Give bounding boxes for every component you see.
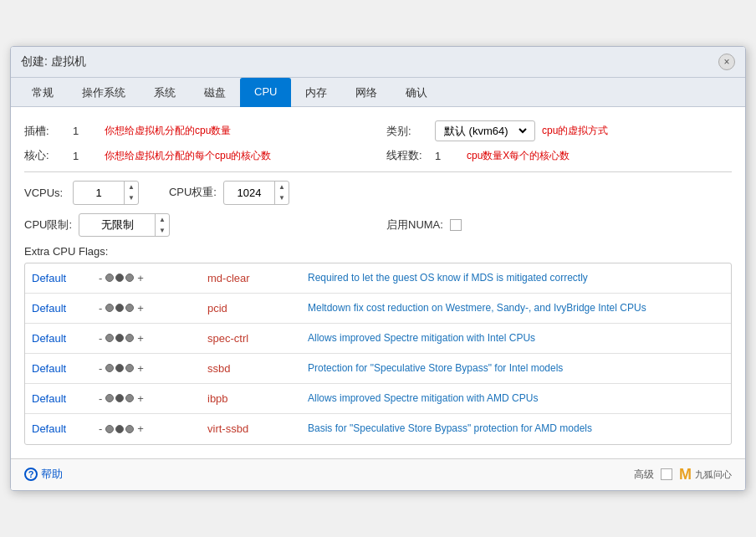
advanced-label[interactable]: 高级 xyxy=(634,468,654,482)
flag-spec-ctrl-minus[interactable]: - xyxy=(99,332,102,345)
cpu-weight-arrows: ▲ ▼ xyxy=(274,182,289,203)
flag-md-clear-name: md-clear xyxy=(207,272,308,284)
vcpu-input[interactable] xyxy=(74,184,124,202)
vcpu-row: VCPUs: ▲ ▼ CPU权重: ▲ ▼ xyxy=(24,181,370,204)
dot1 xyxy=(105,425,114,433)
logo-text: 九狐问心 xyxy=(695,468,732,481)
flag-ssbd-default: Default xyxy=(32,362,99,375)
flag-ssbd-plus[interactable]: + xyxy=(137,362,144,375)
flag-ibpb-minus[interactable]: - xyxy=(99,392,102,405)
extra-flags-title: Extra CPU Flags: xyxy=(24,245,732,258)
dot1 xyxy=(105,334,114,342)
flag-row-md-clear: Default - + md-clear Required to let the… xyxy=(25,263,731,294)
flag-virt-ssbd-default: Default xyxy=(32,422,99,435)
flag-md-clear-toggle[interactable]: - + xyxy=(99,272,207,284)
cpu-limit-row: CPU限制: ▲ ▼ xyxy=(24,213,370,237)
flag-pcid-default: Default xyxy=(32,302,99,315)
checkbox-advanced-icon[interactable] xyxy=(661,468,672,480)
flag-ibpb-dots xyxy=(105,394,134,402)
threads-row: 线程数: 1 cpu数量X每个的核心数 xyxy=(386,148,732,163)
help-label: 帮助 xyxy=(41,467,63,482)
tab-disk[interactable]: 磁盘 xyxy=(190,78,240,107)
flag-spec-ctrl-plus[interactable]: + xyxy=(137,332,144,345)
flag-ibpb-plus[interactable]: + xyxy=(137,392,144,405)
cpu-limit-down-arrow[interactable]: ▼ xyxy=(156,225,169,236)
flag-spec-ctrl-name: spec-ctrl xyxy=(207,332,308,345)
flags-table: Default - + md-clear Required to let the… xyxy=(24,263,732,445)
flag-ssbd-name: ssbd xyxy=(207,362,308,375)
threads-hint: cpu数量X每个的核心数 xyxy=(467,149,570,163)
threads-value: 1 xyxy=(435,150,460,162)
core-hint: 你想给虚拟机分配的每个cpu的核心数 xyxy=(105,149,271,163)
cpu-limit-up-arrow[interactable]: ▲ xyxy=(156,214,169,225)
vcpu-label: VCPUs: xyxy=(24,187,66,199)
cpu-weight-down-arrow[interactable]: ▼ xyxy=(275,192,289,203)
flag-spec-ctrl-toggle[interactable]: - + xyxy=(99,332,207,345)
cpu-weight-up-arrow[interactable]: ▲ xyxy=(275,182,289,192)
tab-memory[interactable]: 内存 xyxy=(291,78,341,107)
tab-cpu[interactable]: CPU xyxy=(240,78,291,107)
tab-network[interactable]: 网络 xyxy=(341,78,391,107)
close-button[interactable]: × xyxy=(718,54,735,70)
logo-m-icon: M xyxy=(679,466,692,483)
vcpu-arrows: ▲ ▼ xyxy=(124,182,138,203)
vcpu-input-spin[interactable]: ▲ ▼ xyxy=(73,181,139,204)
flag-ibpb-name: ibpb xyxy=(207,392,308,405)
tab-confirm[interactable]: 确认 xyxy=(391,78,442,107)
dialog-title: 创建: 虚拟机 xyxy=(21,54,86,69)
flag-spec-ctrl-dots xyxy=(105,334,134,342)
close-icon: × xyxy=(723,56,729,68)
flag-row-pcid: Default - + pcid Meltdown fix cost reduc… xyxy=(25,294,731,324)
tab-general[interactable]: 常规 xyxy=(18,78,68,107)
flag-pcid-plus[interactable]: + xyxy=(137,302,144,315)
flag-ssbd-desc: Protection for "Speculative Store Bypass… xyxy=(308,361,724,376)
cpu-limit-arrows: ▲ ▼ xyxy=(155,214,169,236)
flag-row-spec-ctrl: Default - + spec-ctrl Allows improved Sp… xyxy=(25,324,731,354)
vcpu-down-arrow[interactable]: ▼ xyxy=(125,192,138,203)
dot3 xyxy=(125,425,134,433)
tab-os[interactable]: 操作系统 xyxy=(68,78,140,107)
help-button[interactable]: ? 帮助 xyxy=(24,467,63,482)
flag-virt-ssbd-dots xyxy=(105,425,134,433)
category-hint: cpu的虚拟方式 xyxy=(542,124,608,138)
numa-row: 启用NUMA: xyxy=(386,213,732,237)
flag-ibpb-toggle[interactable]: - + xyxy=(99,392,207,405)
flag-virt-ssbd-minus[interactable]: - xyxy=(99,422,102,435)
vcpu-up-arrow[interactable]: ▲ xyxy=(125,182,138,192)
flag-pcid-name: pcid xyxy=(207,302,308,315)
dot2 xyxy=(115,364,124,372)
dot3 xyxy=(125,274,134,282)
flag-ssbd-dots xyxy=(105,364,134,372)
flag-pcid-toggle[interactable]: - + xyxy=(99,302,207,315)
category-row: 类别: 默认 (kvm64) cpu的虚拟方式 xyxy=(386,120,732,141)
category-select[interactable]: 默认 (kvm64) xyxy=(435,120,535,141)
flag-virt-ssbd-desc: Basis for "Speculative Store Bypass" pro… xyxy=(308,422,724,436)
numa-checkbox[interactable] xyxy=(450,219,462,231)
flag-virt-ssbd-plus[interactable]: + xyxy=(137,422,144,435)
cpu-weight-input-spin[interactable]: ▲ ▼ xyxy=(223,181,289,204)
flag-md-clear-plus[interactable]: + xyxy=(137,272,144,284)
dot1 xyxy=(105,304,114,312)
cpu-limit-input-spin[interactable]: ▲ ▼ xyxy=(79,213,170,237)
limit-numa-row: CPU限制: ▲ ▼ 启用NUMA: xyxy=(24,213,732,237)
socket-label: 插槽: xyxy=(24,124,66,139)
dot1 xyxy=(105,364,114,372)
threads-label: 线程数: xyxy=(386,148,428,163)
flag-virt-ssbd-toggle[interactable]: - + xyxy=(99,422,207,435)
tab-system[interactable]: 系统 xyxy=(140,78,190,107)
flag-ssbd-minus[interactable]: - xyxy=(99,362,102,375)
category-label: 类别: xyxy=(386,124,428,139)
cpu-limit-input[interactable] xyxy=(79,216,155,233)
flag-md-clear-minus[interactable]: - xyxy=(99,272,102,284)
category-dropdown[interactable]: 默认 (kvm64) xyxy=(441,124,529,138)
cpu-weight-label: CPU权重: xyxy=(169,185,217,200)
dot2 xyxy=(115,394,124,402)
core-value: 1 xyxy=(73,150,98,162)
flag-ibpb-default: Default xyxy=(32,392,99,405)
flag-ssbd-toggle[interactable]: - + xyxy=(99,362,207,375)
cpu-weight-input[interactable] xyxy=(224,184,274,202)
dot3 xyxy=(125,394,134,402)
flag-row-ibpb: Default - + ibpb Allows improved Spectre… xyxy=(25,384,731,414)
dot1 xyxy=(105,394,114,402)
flag-pcid-minus[interactable]: - xyxy=(99,302,102,315)
